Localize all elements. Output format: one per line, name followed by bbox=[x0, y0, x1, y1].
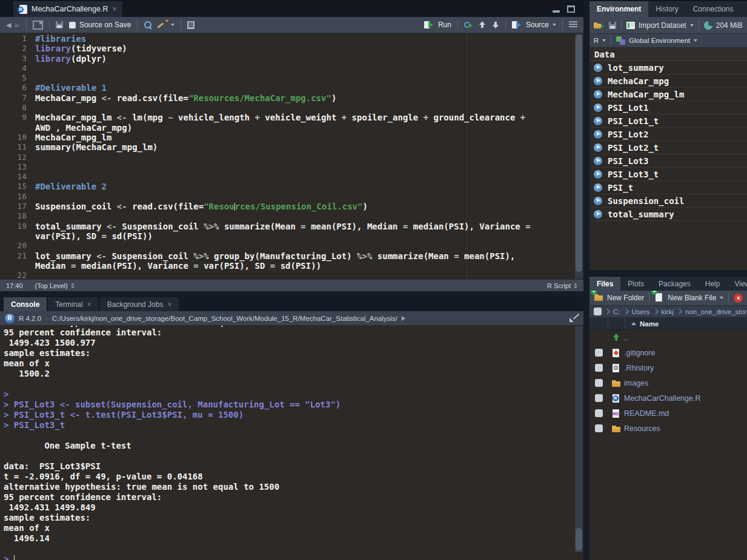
file-name[interactable]: .. bbox=[624, 334, 628, 342]
expand-object-icon[interactable] bbox=[594, 210, 602, 219]
breadcrumb-item-non-one-drive-storage[interactable]: non_one_drive_storage bbox=[685, 308, 747, 315]
file-name[interactable]: README.md bbox=[624, 409, 669, 418]
file-checkbox[interactable] bbox=[595, 394, 603, 402]
code-editor[interactable]: 1#libraries2library(tidyverse)3library(d… bbox=[0, 33, 583, 279]
home-directory-icon[interactable] bbox=[594, 308, 602, 315]
tab-help[interactable]: Help bbox=[698, 277, 728, 291]
file-row[interactable]: Resources bbox=[589, 421, 747, 436]
file-checkbox[interactable] bbox=[595, 379, 603, 387]
environment-item-total-summary[interactable]: total_summary bbox=[589, 208, 747, 221]
tab-history[interactable]: History bbox=[648, 1, 685, 17]
save-workspace-icon[interactable] bbox=[609, 22, 616, 29]
working-directory[interactable]: C:/Users/kirkj/non_one_drive_storage/Boo… bbox=[52, 315, 397, 322]
tab-tutorial[interactable]: Tutorial bbox=[740, 1, 747, 17]
tab-connections[interactable]: Connections bbox=[686, 1, 741, 17]
forward-icon[interactable]: ▶ bbox=[15, 21, 19, 29]
file-row[interactable]: MechaCarChallenge.R bbox=[589, 390, 747, 406]
name-column-header[interactable]: Name bbox=[640, 320, 659, 328]
find-replace-icon[interactable] bbox=[144, 21, 152, 29]
environment-item-psi-lot3[interactable]: PSI_Lot3 bbox=[589, 154, 747, 168]
expand-object-icon[interactable] bbox=[594, 64, 602, 72]
tab-plots[interactable]: Plots bbox=[620, 277, 651, 291]
tab-console[interactable]: Console bbox=[4, 297, 47, 311]
file-checkbox[interactable] bbox=[595, 364, 603, 372]
expand-object-icon[interactable] bbox=[594, 90, 602, 99]
environment-item-psi-lot1-t[interactable]: PSI_Lot1_t bbox=[589, 114, 747, 128]
source-button[interactable]: Source bbox=[512, 21, 556, 29]
file-name[interactable]: images bbox=[624, 379, 648, 387]
file-checkbox[interactable] bbox=[595, 349, 603, 357]
close-icon[interactable]: × bbox=[112, 5, 116, 13]
language-selector[interactable]: R bbox=[594, 37, 606, 44]
tab-packages[interactable]: Packages bbox=[651, 277, 698, 291]
expand-object-icon[interactable] bbox=[594, 117, 602, 125]
environment-item-psi-lot1[interactable]: PSI_Lot1 bbox=[589, 101, 747, 114]
file-checkbox[interactable] bbox=[595, 409, 603, 417]
tab-background-jobs[interactable]: Background Jobs× bbox=[100, 297, 179, 311]
source-on-save-toggle[interactable]: Source on Save bbox=[69, 21, 131, 29]
environment-item-mechacar-mpg[interactable]: MechaCar_mpg bbox=[589, 74, 747, 88]
tab-files[interactable]: Files bbox=[589, 277, 620, 291]
file-row[interactable]: .Rhistory bbox=[589, 360, 747, 375]
expand-object-icon[interactable] bbox=[594, 130, 602, 139]
file-name[interactable]: .Rhistory bbox=[624, 364, 654, 372]
environment-scope-selector[interactable]: Global Environment bbox=[616, 36, 697, 45]
tab-terminal[interactable]: Terminal× bbox=[48, 297, 98, 311]
environment-item-suspension-coil[interactable]: Suspension_coil bbox=[589, 194, 747, 208]
console-output[interactable]: alternative hypothesis: true mean is not… bbox=[0, 326, 583, 560]
rerun-icon[interactable] bbox=[464, 21, 473, 28]
file-row[interactable]: .gitignore bbox=[589, 345, 747, 360]
file-type-selector[interactable]: R Script bbox=[547, 282, 577, 289]
breadcrumb-item-users[interactable]: Users bbox=[632, 308, 650, 315]
breadcrumb-item-kirkj[interactable]: kirkj bbox=[662, 308, 674, 315]
new-blank-file-button[interactable]: + New Blank File bbox=[654, 292, 723, 304]
file-row[interactable]: .. bbox=[589, 330, 747, 345]
environment-item-lot-summary[interactable]: lot_summary bbox=[589, 61, 747, 74]
delete-files-icon[interactable]: × bbox=[734, 294, 743, 303]
editor-scrollbar-thumb[interactable] bbox=[576, 35, 582, 272]
source-on-save-checkbox[interactable] bbox=[69, 22, 76, 28]
file-checkbox[interactable] bbox=[595, 424, 603, 432]
file-row[interactable]: images bbox=[589, 375, 747, 390]
previous-section-icon[interactable] bbox=[479, 21, 486, 28]
back-icon[interactable]: ◀ bbox=[6, 21, 11, 29]
console-scrollbar-thumb[interactable] bbox=[576, 528, 582, 551]
save-icon[interactable] bbox=[56, 21, 63, 28]
environment-item-psi-lot2-t[interactable]: PSI_Lot2_t bbox=[589, 141, 747, 154]
file-name[interactable]: MechaCarChallenge.R bbox=[624, 394, 700, 403]
clear-console-icon[interactable] bbox=[569, 314, 579, 323]
sort-ascending-icon[interactable] bbox=[631, 322, 636, 325]
expand-object-icon[interactable] bbox=[594, 157, 602, 165]
expand-object-icon[interactable] bbox=[594, 104, 602, 112]
load-workspace-icon[interactable] bbox=[594, 21, 604, 29]
file-name[interactable]: Resources bbox=[624, 424, 660, 433]
close-icon[interactable]: × bbox=[167, 300, 171, 309]
environment-item-psi-lot3-t[interactable]: PSI_Lot3_t bbox=[589, 168, 747, 181]
tab-environment[interactable]: Environment bbox=[589, 1, 648, 17]
tab-viewer[interactable]: Viewer bbox=[727, 277, 747, 291]
scope-selector[interactable]: (Top Level) bbox=[35, 282, 75, 289]
document-outline-icon[interactable] bbox=[569, 21, 577, 28]
compile-report-icon[interactable] bbox=[187, 21, 194, 29]
expand-object-icon[interactable] bbox=[594, 143, 602, 152]
memory-usage-indicator[interactable]: 204 MiB bbox=[704, 21, 743, 30]
next-section-icon[interactable] bbox=[492, 21, 499, 28]
minimize-icon[interactable] bbox=[553, 7, 560, 13]
run-button[interactable]: Run bbox=[424, 21, 451, 29]
file-row[interactable]: README.md bbox=[589, 406, 747, 421]
code-tools-menu[interactable] bbox=[158, 21, 174, 29]
tab-mechacarchallenge-r[interactable]: MechaCarChallenge.R × bbox=[13, 1, 122, 17]
expand-object-icon[interactable] bbox=[594, 170, 602, 179]
expand-object-icon[interactable] bbox=[594, 77, 602, 85]
environment-item-mechacar-mpg-lm[interactable]: MechaCar_mpg_lm bbox=[589, 88, 747, 101]
expand-object-icon[interactable] bbox=[594, 183, 602, 192]
go-to-directory-icon[interactable] bbox=[402, 316, 405, 321]
environment-item-psi-lot2[interactable]: PSI_Lot2 bbox=[589, 128, 747, 141]
open-in-new-window-icon[interactable] bbox=[33, 21, 43, 30]
environment-item-psi-t[interactable]: PSI_t bbox=[589, 181, 747, 194]
import-dataset-button[interactable]: Import Dataset bbox=[626, 21, 694, 30]
close-icon[interactable]: × bbox=[87, 300, 91, 309]
maximize-icon[interactable] bbox=[567, 5, 575, 13]
expand-object-icon[interactable] bbox=[594, 197, 602, 205]
file-name[interactable]: .gitignore bbox=[624, 349, 655, 357]
